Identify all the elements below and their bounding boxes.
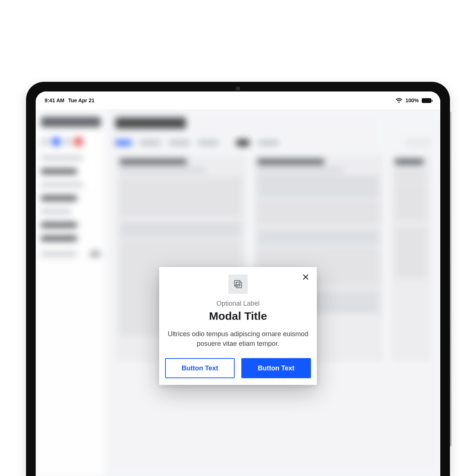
- wifi-icon: [396, 98, 402, 103]
- camera-dot: [236, 86, 240, 91]
- battery-percent: 100%: [405, 97, 419, 103]
- primary-button[interactable]: Button Text: [241, 358, 311, 378]
- screen: 9:41 AM Tue Apr 21 100%: [36, 91, 440, 476]
- modal-title: Modal Title: [165, 310, 311, 322]
- modal: Optional Label Modal Title Ultrices odio…: [159, 267, 317, 385]
- modal-label: Optional Label: [165, 300, 311, 308]
- modal-actions: Button Text Button Text: [165, 358, 311, 378]
- battery-icon: [422, 98, 431, 103]
- status-date: Tue Apr 21: [68, 97, 94, 103]
- app-backdrop: Optional Label Modal Title Ultrices odio…: [36, 109, 440, 476]
- tablet-frame: 9:41 AM Tue Apr 21 100%: [26, 82, 450, 476]
- status-bar: 9:41 AM Tue Apr 21 100%: [36, 91, 440, 109]
- status-time: 9:41 AM: [45, 97, 64, 103]
- close-icon: [303, 273, 309, 282]
- image-icon: [233, 279, 243, 289]
- secondary-button[interactable]: Button Text: [165, 358, 235, 378]
- modal-icon: [228, 274, 248, 294]
- close-button[interactable]: [300, 271, 312, 283]
- modal-body: Ultrices odio tempus adipiscing ornare e…: [167, 329, 309, 348]
